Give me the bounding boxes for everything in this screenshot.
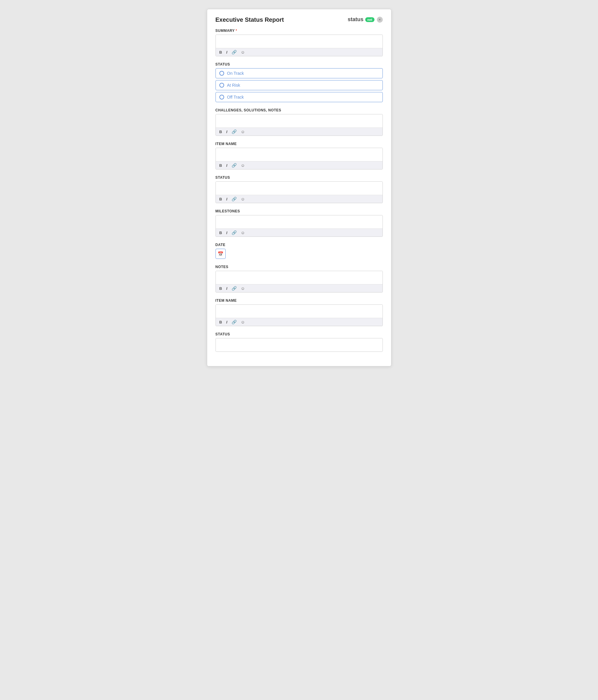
summary-textarea[interactable] [216, 35, 383, 48]
notes-emoji-btn[interactable]: ☺ [240, 286, 245, 291]
net-badge: net [365, 17, 374, 22]
milestones-textarea[interactable] [216, 215, 383, 228]
challenges-italic-btn[interactable]: I [226, 130, 228, 134]
challenges-link-btn[interactable]: 🔗 [231, 130, 237, 134]
status-3-textarea[interactable] [216, 339, 383, 351]
summary-bold-btn[interactable]: B [219, 50, 223, 54]
item-name-2-emoji-btn[interactable]: ☺ [240, 320, 245, 324]
radio-on-track[interactable]: On Track [215, 68, 383, 78]
status-2-section: STATUS B I 🔗 ☺ [215, 175, 383, 203]
item-name-1-section: ITEM NAME B I 🔗 ☺ [215, 142, 383, 170]
summary-italic-btn[interactable]: I [226, 50, 228, 54]
challenges-label: CHALLENGES, SOLUTIONS, NOTES [215, 108, 383, 112]
radio-label-on-track: On Track [227, 71, 244, 76]
item-name-1-textarea[interactable] [216, 148, 383, 161]
status-2-label: STATUS [215, 175, 383, 180]
milestones-link-btn[interactable]: 🔗 [231, 230, 237, 235]
summary-toolbar: B I 🔗 ☺ [216, 48, 383, 56]
status-2-bold-btn[interactable]: B [219, 197, 223, 201]
radio-label-at-risk: At Risk [227, 83, 240, 88]
item-name-1-bold-btn[interactable]: B [219, 164, 223, 168]
item-name-2-toolbar: B I 🔗 ☺ [216, 318, 383, 326]
milestones-emoji-btn[interactable]: ☺ [240, 230, 245, 235]
challenges-editor: B I 🔗 ☺ [215, 114, 383, 136]
status-2-editor: B I 🔗 ☺ [215, 181, 383, 203]
summary-label: SUMMARY* [215, 29, 383, 33]
notes-section: NOTES B I 🔗 ☺ [215, 265, 383, 293]
radio-circle-on-track [219, 71, 224, 76]
status-top-label: STATUS [215, 62, 383, 67]
notes-label: NOTES [215, 265, 383, 269]
challenges-bold-btn[interactable]: B [219, 130, 223, 134]
summary-editor: B I 🔗 ☺ [215, 34, 383, 56]
item-name-2-italic-btn[interactable]: I [226, 320, 228, 324]
statusnet-logo: status net [348, 16, 374, 23]
item-name-1-italic-btn[interactable]: I [226, 164, 228, 168]
milestones-editor: B I 🔗 ☺ [215, 215, 383, 237]
summary-link-btn[interactable]: 🔗 [231, 50, 237, 54]
item-name-2-link-btn[interactable]: 🔗 [231, 320, 237, 324]
status-3-label: STATUS [215, 332, 383, 336]
notes-textarea[interactable] [216, 271, 383, 284]
challenges-textarea[interactable] [216, 115, 383, 127]
status-2-italic-btn[interactable]: I [226, 197, 228, 201]
status-3-section: STATUS [215, 332, 383, 352]
milestones-section: MILESTONES B I 🔗 ☺ [215, 209, 383, 237]
status-word: status [348, 16, 363, 23]
modal-header: Executive Status Report status net × [215, 16, 383, 23]
notes-editor: B I 🔗 ☺ [215, 271, 383, 293]
notes-link-btn[interactable]: 🔗 [231, 286, 237, 291]
item-name-1-editor: B I 🔗 ☺ [215, 148, 383, 170]
status-3-editor [215, 338, 383, 352]
item-name-1-label: ITEM NAME [215, 142, 383, 146]
status-2-toolbar: B I 🔗 ☺ [216, 195, 383, 203]
milestones-label: MILESTONES [215, 209, 383, 213]
item-name-2-editor: B I 🔗 ☺ [215, 304, 383, 326]
item-name-1-link-btn[interactable]: 🔗 [231, 163, 237, 168]
item-name-2-textarea[interactable] [216, 305, 383, 318]
notes-italic-btn[interactable]: I [226, 286, 228, 291]
item-name-1-emoji-btn[interactable]: ☺ [240, 163, 245, 168]
item-name-2-section: ITEM NAME B I 🔗 ☺ [215, 298, 383, 326]
item-name-1-toolbar: B I 🔗 ☺ [216, 161, 383, 169]
milestones-bold-btn[interactable]: B [219, 231, 223, 235]
status-2-textarea[interactable] [216, 182, 383, 195]
radio-off-track[interactable]: Off Track [215, 92, 383, 102]
item-name-2-label: ITEM NAME [215, 298, 383, 303]
milestones-italic-btn[interactable]: I [226, 231, 228, 235]
radio-circle-off-track [219, 95, 224, 99]
milestones-toolbar: B I 🔗 ☺ [216, 228, 383, 236]
radio-label-off-track: Off Track [227, 95, 244, 99]
modal-title: Executive Status Report [215, 16, 284, 23]
header-right: status net × [348, 16, 383, 23]
item-name-2-bold-btn[interactable]: B [219, 320, 223, 324]
challenges-section: CHALLENGES, SOLUTIONS, NOTES B I 🔗 ☺ [215, 108, 383, 136]
status-2-emoji-btn[interactable]: ☺ [240, 197, 245, 201]
challenges-emoji-btn[interactable]: ☺ [240, 130, 245, 134]
radio-options: On Track At Risk Off Track [215, 68, 383, 102]
date-input-wrapper: 📅 [215, 249, 383, 259]
date-label: DATE [215, 243, 383, 247]
date-picker-button[interactable]: 📅 [215, 249, 226, 259]
status-top-section: STATUS On Track At Risk Off Track [215, 62, 383, 102]
close-button[interactable]: × [377, 17, 383, 23]
date-section: DATE 📅 [215, 243, 383, 259]
notes-bold-btn[interactable]: B [219, 286, 223, 291]
notes-toolbar: B I 🔗 ☺ [216, 284, 383, 292]
required-star: * [236, 29, 237, 33]
modal-container: Executive Status Report status net × SUM… [207, 9, 391, 366]
calendar-icon: 📅 [217, 251, 224, 257]
challenges-toolbar: B I 🔗 ☺ [216, 127, 383, 135]
status-2-link-btn[interactable]: 🔗 [231, 197, 237, 201]
radio-at-risk[interactable]: At Risk [215, 80, 383, 90]
summary-section: SUMMARY* B I 🔗 ☺ [215, 29, 383, 56]
radio-circle-at-risk [219, 83, 224, 88]
summary-emoji-btn[interactable]: ☺ [240, 50, 245, 54]
